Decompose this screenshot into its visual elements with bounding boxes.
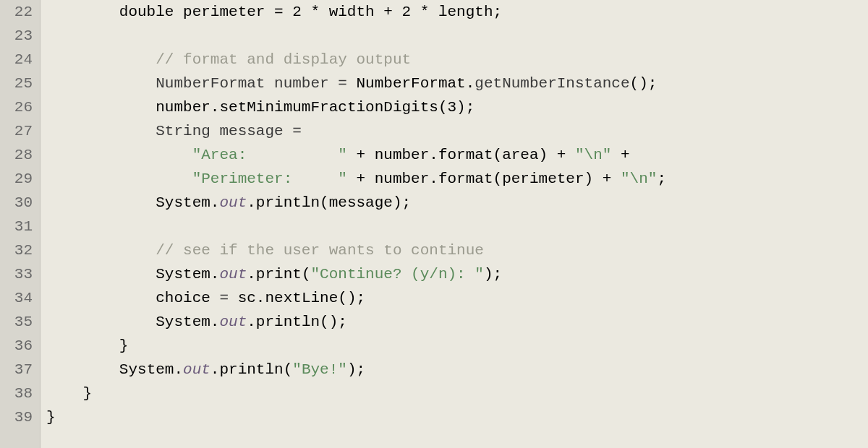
string-literal: "Perimeter: " bbox=[192, 171, 347, 187]
static-field: out bbox=[219, 194, 247, 211]
line-number: 35 bbox=[0, 310, 33, 334]
comment: // see if the user wants to continue bbox=[156, 242, 484, 259]
string-literal: "Bye!" bbox=[292, 361, 347, 378]
line-number: 39 bbox=[0, 405, 33, 429]
code-line: // format and display output bbox=[46, 48, 868, 72]
line-number: 24 bbox=[0, 48, 33, 72]
line-number: 32 bbox=[0, 238, 33, 262]
code-content[interactable]: double perimeter = 2 * width + 2 * lengt… bbox=[41, 0, 868, 448]
line-number: 37 bbox=[0, 358, 33, 382]
string-literal: "\n" bbox=[575, 147, 611, 163]
code-line: System.out.print("Continue? (y/n): "); bbox=[46, 262, 868, 286]
string-literal: "\n" bbox=[621, 171, 657, 187]
code-line: double perimeter = 2 * width + 2 * lengt… bbox=[46, 0, 868, 24]
line-number: 29 bbox=[0, 167, 33, 191]
line-number: 30 bbox=[0, 191, 33, 215]
code-line: "Perimeter: " + number.format(perimeter)… bbox=[46, 167, 868, 191]
code-line: } bbox=[46, 405, 868, 429]
comment: // format and display output bbox=[156, 51, 411, 68]
code-line: } bbox=[46, 334, 868, 358]
line-number: 25 bbox=[0, 72, 33, 95]
code-line: choice = sc.nextLine(); bbox=[46, 286, 868, 310]
code-line: System.out.println(message); bbox=[46, 191, 868, 215]
static-field: out bbox=[219, 266, 247, 283]
line-number: 36 bbox=[0, 334, 33, 358]
line-number: 23 bbox=[0, 24, 33, 48]
code-line: NumberFormat number = NumberFormat.getNu… bbox=[46, 72, 868, 95]
string-literal: "Area: " bbox=[192, 147, 347, 163]
line-number-gutter: 22 23 24 25 26 27 28 29 30 31 32 33 34 3… bbox=[0, 0, 41, 448]
line-number: 33 bbox=[0, 262, 33, 286]
code-line bbox=[46, 24, 868, 48]
static-field: out bbox=[219, 314, 247, 330]
code-line: System.out.println(); bbox=[46, 310, 868, 334]
code-line: "Area: " + number.format(area) + "\n" + bbox=[46, 143, 868, 167]
code-line: String message = bbox=[46, 119, 868, 143]
code-line: // see if the user wants to continue bbox=[46, 238, 868, 262]
line-number: 26 bbox=[0, 95, 33, 119]
code-line: System.out.println("Bye!"); bbox=[46, 358, 868, 382]
line-number: 38 bbox=[0, 382, 33, 405]
line-number: 27 bbox=[0, 119, 33, 143]
code-editor: 22 23 24 25 26 27 28 29 30 31 32 33 34 3… bbox=[0, 0, 868, 448]
code-line bbox=[46, 215, 868, 238]
line-number: 28 bbox=[0, 143, 33, 167]
string-literal: "Continue? (y/n): " bbox=[310, 266, 483, 283]
line-number: 31 bbox=[0, 215, 33, 238]
code-line: number.setMinimumFractionDigits(3); bbox=[46, 95, 868, 119]
code-line: } bbox=[46, 382, 868, 405]
line-number: 34 bbox=[0, 286, 33, 310]
static-field: out bbox=[183, 361, 210, 378]
line-number: 22 bbox=[0, 0, 33, 24]
